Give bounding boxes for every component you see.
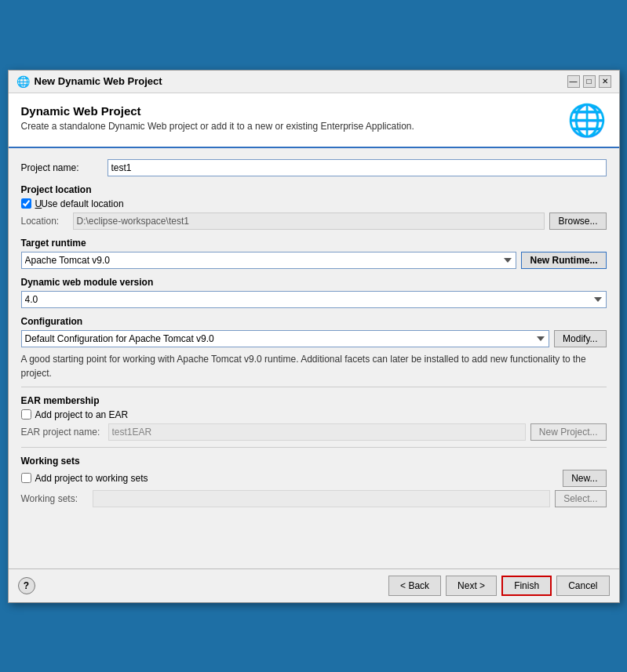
new-runtime-button[interactable]: New Runtime... (521, 252, 606, 269)
browse-button[interactable]: Browse... (549, 212, 606, 230)
header-text: Dynamic Web Project Create a standalone … (21, 104, 414, 132)
working-sets-section-title: Working sets (21, 456, 607, 467)
working-sets-label: Working sets: (21, 493, 88, 504)
minimize-button[interactable]: — (567, 75, 580, 88)
project-location-section-title: Project location (21, 184, 607, 195)
close-button[interactable]: ✕ (599, 75, 611, 88)
separator-2 (21, 447, 607, 448)
use-default-location-row: UUse default location (21, 198, 607, 209)
title-bar: 🌐 New Dynamic Web Project — □ ✕ (9, 71, 619, 93)
project-name-input[interactable] (108, 159, 607, 176)
project-name-row: Project name: (21, 159, 607, 176)
next-button[interactable]: Next > (446, 576, 497, 596)
add-to-ear-checkbox[interactable] (21, 409, 31, 420)
title-bar-title: New Dynamic Web Project (35, 75, 162, 87)
new-working-set-button[interactable]: New... (563, 470, 606, 487)
add-to-ear-label: Add project to an EAR (35, 409, 129, 420)
footer-left: ? (18, 577, 35, 594)
target-runtime-section-title: Target runtime (21, 238, 607, 249)
ear-project-name-select[interactable]: test1EAR (108, 423, 526, 441)
config-note: A good starting point for working with A… (21, 352, 607, 380)
modify-button[interactable]: Modify... (554, 330, 606, 347)
bottom-spacer (21, 510, 607, 558)
project-name-label: Project name: (21, 162, 108, 173)
back-button[interactable]: < Back (388, 576, 441, 596)
add-to-ear-row: Add project to an EAR (21, 409, 607, 420)
add-to-working-sets-label: Add project to working sets (35, 473, 148, 484)
target-runtime-select[interactable]: Apache Tomcat v9.0 (21, 252, 517, 269)
content-area: Project name: Project location UUse defa… (9, 148, 619, 568)
select-working-sets-button[interactable]: Select... (555, 490, 606, 507)
new-project-button[interactable]: New Project... (530, 423, 607, 441)
title-bar-app-icon: 🌐 (16, 75, 30, 88)
add-to-working-sets-checkbox[interactable] (21, 473, 31, 483)
title-bar-left: 🌐 New Dynamic Web Project (16, 75, 162, 88)
dynamic-web-module-select[interactable]: 4.0 (21, 291, 607, 308)
working-sets-top-row: Add project to working sets New... (21, 470, 607, 487)
footer-right: < Back Next > Finish Cancel (388, 576, 609, 596)
location-label: Location: (21, 216, 68, 227)
separator-1 (21, 387, 607, 387)
add-to-working-sets-row: Add project to working sets (21, 473, 148, 484)
configuration-select[interactable]: Default Configuration for Apache Tomcat … (21, 330, 550, 347)
ear-project-name-label: EAR project name: (21, 427, 104, 438)
runtime-row: Apache Tomcat v9.0 New Runtime... (21, 252, 607, 269)
dialog-window: 🌐 New Dynamic Web Project — □ ✕ Dynamic … (8, 70, 620, 603)
dynamic-web-module-section-title: Dynamic web module version (21, 277, 607, 288)
header-section: Dynamic Web Project Create a standalone … (9, 93, 619, 148)
help-button[interactable]: ? (18, 577, 35, 594)
finish-button[interactable]: Finish (501, 576, 552, 596)
working-sets-input-row: Working sets: Select... (21, 490, 607, 507)
header-title: Dynamic Web Project (21, 104, 414, 118)
title-bar-controls: — □ ✕ (567, 75, 611, 88)
working-sets-select[interactable] (93, 490, 551, 507)
configuration-section-title: Configuration (21, 316, 607, 327)
header-description: Create a standalone Dynamic Web project … (21, 121, 414, 132)
location-row: Location: Browse... (21, 212, 607, 230)
header-icon: 🌐 (567, 104, 607, 136)
ear-project-name-row: EAR project name: test1EAR New Project..… (21, 423, 607, 441)
location-input[interactable] (73, 212, 545, 230)
configuration-row: Default Configuration for Apache Tomcat … (21, 330, 607, 347)
use-default-location-checkbox[interactable] (21, 198, 31, 209)
ear-membership-section-title: EAR membership (21, 395, 607, 406)
use-default-location-label: UUse default location (35, 198, 124, 209)
maximize-button[interactable]: □ (583, 75, 596, 88)
dynamic-web-module-row: 4.0 (21, 291, 607, 308)
cancel-button[interactable]: Cancel (556, 576, 609, 596)
footer: ? < Back Next > Finish Cancel (9, 568, 619, 602)
